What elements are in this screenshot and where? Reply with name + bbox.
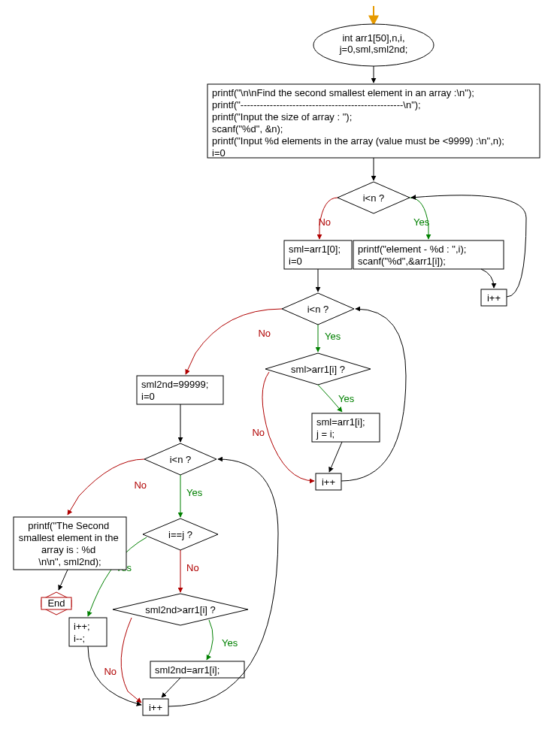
label-no-4: No: [134, 479, 147, 491]
node-init: printf("\n\nFind the second smallest ele…: [207, 84, 540, 159]
edge-cond6-inc3: [121, 618, 141, 703]
svg-text:i++: i++: [487, 292, 501, 304]
node-inc2: i++: [316, 473, 341, 490]
edge-print-end: [59, 570, 68, 590]
svg-text:sml2nd>arr1[i] ?: sml2nd>arr1[i] ?: [145, 604, 216, 615]
edge-setsml-inc2: [329, 442, 342, 472]
node-read: printf("element - %d : ",i);scanf("%d",&…: [353, 240, 504, 269]
label-yes-2: Yes: [325, 331, 341, 342]
svg-text:i++: i++: [149, 702, 162, 713]
label-yes-4: Yes: [186, 487, 203, 498]
node-setsml2: sml2nd=arr1[i];: [150, 661, 244, 678]
node-skip: i++;i--;: [69, 618, 107, 646]
label-no-3: No: [252, 427, 265, 438]
label-yes-1: Yes: [413, 216, 430, 228]
node-sml2: sml2nd=99999;i=0: [137, 376, 223, 404]
node-setsml: sml=arr1[i];j = i;: [312, 413, 380, 442]
label-no-5: No: [186, 562, 199, 573]
node-start: int arr1[50],n,i,j=0,sml,sml2nd;: [313, 24, 434, 66]
svg-text:i<n ?: i<n ?: [363, 192, 385, 204]
node-sml0: sml=arr1[0];i=0: [284, 240, 352, 269]
node-print: printf("The Second smallest element in t…: [14, 517, 126, 570]
edge-read-inc1: [481, 269, 494, 288]
label-no-2: No: [258, 328, 271, 339]
svg-text:i<n ?: i<n ?: [170, 454, 192, 465]
svg-text:i==j ?: i==j ?: [168, 529, 192, 540]
edge-setsml2-inc3: [162, 678, 180, 697]
node-cond2: i<n ?: [282, 293, 354, 325]
node-cond5: i==j ?: [143, 519, 218, 550]
node-inc1: i++: [481, 289, 507, 306]
node-cond4: i<n ?: [144, 443, 216, 475]
node-cond3: sml>arr1[i] ?: [265, 353, 371, 385]
label-no-6: No: [104, 666, 117, 677]
edge-cond6-setsml2: [207, 620, 213, 660]
svg-text:i<n ?: i<n ?: [307, 304, 329, 315]
node-cond6: sml2nd>arr1[i] ?: [113, 594, 248, 625]
node-cond1: i<n ?: [338, 182, 410, 213]
svg-text:sml>arr1[i] ?: sml>arr1[i] ?: [291, 364, 345, 375]
label-yes-6: Yes: [222, 637, 238, 649]
node-end: End: [41, 592, 71, 615]
svg-text:End: End: [47, 597, 65, 609]
label-no-1: No: [318, 216, 331, 228]
node-inc3: i++: [143, 699, 168, 715]
edge-cond3-inc2: [262, 372, 314, 481]
svg-text:i++: i++: [322, 476, 335, 488]
svg-text:sml2nd=arr1[i];: sml2nd=arr1[i];: [155, 664, 219, 676]
edge-cond4-print: [68, 459, 144, 515]
label-yes-3: Yes: [338, 393, 355, 404]
svg-text:int arr1[50],n,i,j=0,sml,sml2n: int arr1[50],n,i,j=0,sml,sml2nd;: [339, 32, 408, 55]
edge-cond2-sml2: [186, 309, 282, 374]
